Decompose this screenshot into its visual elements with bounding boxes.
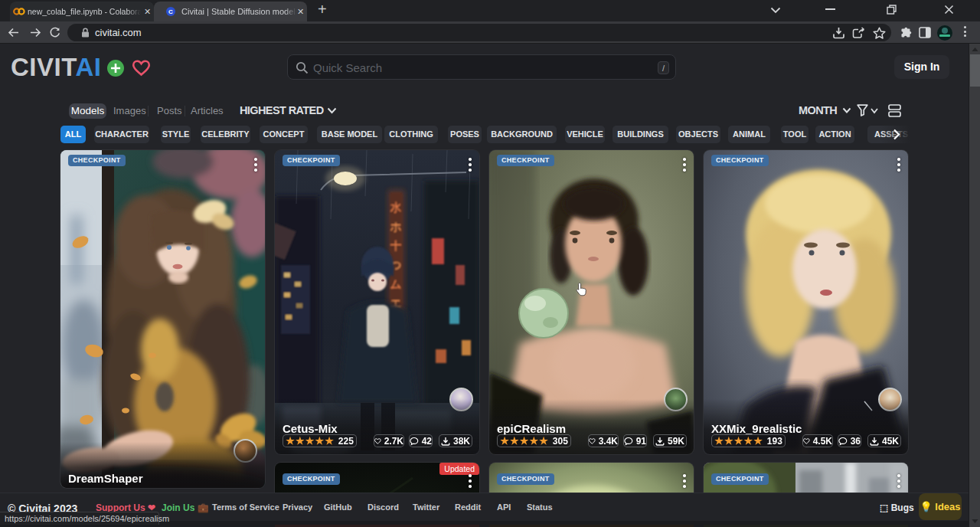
svg-text:C: C [168, 8, 173, 15]
svg-text:十: 十 [390, 239, 402, 252]
svg-text:ホ: ホ [390, 220, 401, 233]
svg-text:ム: ム [390, 277, 401, 290]
svg-text:水: 水 [390, 201, 402, 214]
